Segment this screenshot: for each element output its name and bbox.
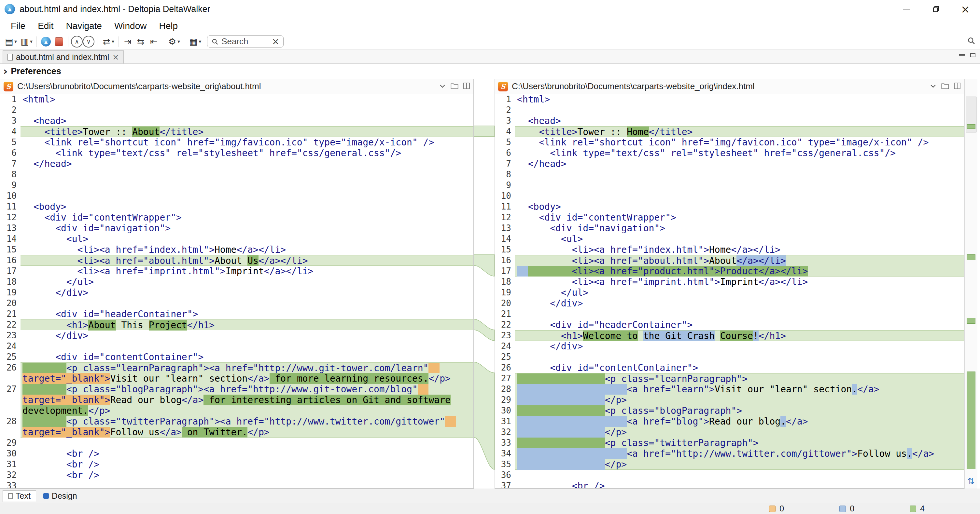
code-line[interactable]: 1<html> — [0, 94, 473, 105]
code-line[interactable]: 12 <div id="contentWrapper"> — [0, 212, 473, 223]
left-code-editor[interactable]: 1<html>23 <head>4 <title>Tower :: About<… — [0, 94, 473, 488]
code-line[interactable]: 12 <div id="contentWrapper"> — [495, 212, 964, 223]
menu-window[interactable]: Window — [108, 21, 153, 31]
code-line[interactable]: 28 <p class="twitterParagraph"><a href="… — [0, 416, 473, 427]
browse-folder-button[interactable] — [941, 82, 949, 91]
code-line[interactable]: 18 <li><a href="imprint.html">Imprint</a… — [495, 276, 964, 287]
copy-to-left-button[interactable]: ⇤ — [147, 35, 160, 48]
code-line[interactable]: 35 </p> — [495, 459, 964, 470]
code-line[interactable]: 19 </div> — [0, 287, 473, 298]
restore-button[interactable] — [921, 0, 951, 18]
layout-button[interactable]: ▦ — [187, 35, 200, 48]
code-line[interactable]: 6 <link type="text/css" rel="stylesheet"… — [0, 148, 473, 159]
quick-search-button[interactable] — [967, 36, 975, 46]
code-line[interactable]: 7 </head> — [0, 159, 473, 169]
code-line[interactable]: 2 — [495, 105, 964, 116]
code-line[interactable]: 26 <p class="learnParagraph"><a href="ht… — [0, 362, 473, 373]
code-line[interactable]: 19 </ul> — [495, 287, 964, 298]
code-line[interactable]: target="_blank">Visit our "learn" sectio… — [0, 373, 473, 384]
close-button[interactable]: × — [951, 0, 980, 18]
deltawalker-logo-button[interactable]: ▲ — [40, 35, 52, 48]
diff-mark[interactable] — [967, 371, 975, 469]
diff-mark[interactable] — [967, 318, 975, 324]
code-line[interactable]: 31 <a href="blog">Read our blog.</a> — [495, 416, 964, 427]
code-line[interactable]: 30 <br /> — [0, 448, 473, 459]
code-line[interactable]: 20 — [0, 298, 473, 309]
code-line[interactable]: 3 <head> — [495, 116, 964, 126]
code-line[interactable]: 2 — [0, 105, 473, 116]
code-line[interactable]: 15 <li><a href="index.html">Home</a></li… — [0, 244, 473, 255]
search-input[interactable]: Search × — [207, 35, 283, 48]
search-clear-icon[interactable]: × — [272, 36, 279, 47]
code-line[interactable]: 8 — [495, 169, 964, 180]
sync-scroll-icon[interactable]: ⇅ — [965, 476, 977, 486]
copy-to-right-button[interactable]: ⇥ — [121, 35, 134, 48]
code-line[interactable]: 15 <li><a href="index.html">Home</a></li… — [495, 244, 964, 255]
code-line[interactable]: 4 <title>Tower :: About</title> — [0, 126, 473, 137]
overview-ruler[interactable]: ⇅ — [964, 79, 977, 489]
layout-caret-icon[interactable]: ▾ — [199, 38, 201, 44]
document-tab[interactable]: about.html and index.html × — [3, 51, 124, 63]
code-line[interactable]: target="_blank">Follow us</a> on Twitter… — [0, 427, 473, 438]
menu-edit[interactable]: Edit — [32, 21, 60, 31]
swap-sides-button[interactable]: ⇄ — [100, 35, 113, 48]
code-line[interactable]: 20 </div> — [495, 298, 964, 309]
code-line[interactable]: 28 <a href="learn">Visit our "learn" sec… — [495, 384, 964, 395]
code-line[interactable]: 18 </ul> — [0, 276, 473, 287]
previous-difference-button[interactable]: ∧ — [71, 36, 83, 48]
code-line[interactable]: 32 </p> — [495, 427, 964, 438]
code-line[interactable]: 16 <li><a href="about.html">About Us</a>… — [0, 255, 473, 266]
code-line[interactable]: 33 — [0, 481, 473, 488]
code-line[interactable]: target="_blank">Read our blog</a> for in… — [0, 395, 473, 405]
code-line[interactable]: 10 — [495, 190, 964, 201]
menu-navigate[interactable]: Navigate — [60, 21, 108, 31]
code-line[interactable]: 30 <p class="blogParagraph"> — [495, 405, 964, 416]
code-line[interactable]: 17 <li><a href="product.html">Product</a… — [495, 266, 964, 276]
tab-design[interactable]: Design — [38, 490, 83, 502]
minimize-pane-icon[interactable] — [959, 54, 965, 56]
code-line[interactable]: 21 <div id="headerContainer"> — [0, 309, 473, 319]
browse-folder-button[interactable] — [450, 82, 458, 91]
code-line[interactable]: 37 <br /> — [495, 481, 964, 488]
code-line[interactable]: 14 <ul> — [0, 233, 473, 244]
code-line[interactable]: 4 <title>Tower :: Home</title> — [495, 126, 964, 137]
menu-file[interactable]: File — [5, 21, 32, 31]
code-line[interactable]: 14 <ul> — [495, 233, 964, 244]
preferences-section[interactable]: › Preferences — [0, 64, 980, 79]
open-comparison-button[interactable]: ▥ — [18, 35, 31, 48]
file-dropdown-button[interactable] — [929, 82, 937, 91]
code-line[interactable]: 17 <li><a href="imprint.html">Imprint</a… — [0, 266, 473, 276]
code-line[interactable]: 36 — [495, 470, 964, 481]
code-line[interactable]: 11 <body> — [0, 201, 473, 212]
code-line[interactable]: 23 </div> — [0, 330, 473, 341]
code-line[interactable]: 10 — [0, 190, 473, 201]
settings-button[interactable]: ⚙ — [166, 35, 179, 48]
code-line[interactable]: 9 — [495, 180, 964, 190]
code-line[interactable]: 13 <div id="navigation"> — [0, 223, 473, 233]
code-line[interactable]: 13 <div id="navigation"> — [495, 223, 964, 233]
code-line[interactable]: 32 <br /> — [0, 470, 473, 481]
code-line[interactable]: 23 <h1>Welcome to the Git Crash Course!<… — [495, 330, 964, 341]
tab-text[interactable]: Text — [3, 490, 36, 502]
code-line[interactable]: 29 — [0, 438, 473, 448]
open-comparison-caret-icon[interactable]: ▾ — [30, 38, 33, 44]
copy-both-button[interactable]: ⇆ — [134, 35, 147, 48]
tab-close-icon[interactable]: × — [112, 53, 119, 62]
minimize-button[interactable] — [892, 0, 921, 18]
code-line[interactable]: 5 <link rel="shortcut icon" href="img/fa… — [495, 137, 964, 148]
code-line[interactable]: 22 <div id="headerContainer"> — [495, 319, 964, 330]
new-comparison-button[interactable]: ▤ — [3, 35, 16, 48]
code-line[interactable]: 31 <br /> — [0, 459, 473, 470]
file-dropdown-button[interactable] — [439, 82, 446, 91]
code-line[interactable]: 34 <a href="http://www.twitter.com/gitto… — [495, 448, 964, 459]
code-line[interactable]: 24 — [0, 341, 473, 352]
code-line[interactable]: 8 — [0, 169, 473, 180]
code-line[interactable]: 33 <p class="twitterParagraph"> — [495, 438, 964, 448]
code-line[interactable]: 16 <li><a href="about.html">About</a></l… — [495, 255, 964, 266]
menu-help[interactable]: Help — [153, 21, 184, 31]
settings-caret-icon[interactable]: ▾ — [177, 38, 180, 44]
code-line[interactable]: 22 <h1>About This Project</h1> — [0, 319, 473, 330]
code-line[interactable]: 1<html> — [495, 94, 964, 105]
code-line[interactable]: 3 <head> — [0, 116, 473, 126]
code-line[interactable]: 6 <link type="text/css" rel="stylesheet"… — [495, 148, 964, 159]
